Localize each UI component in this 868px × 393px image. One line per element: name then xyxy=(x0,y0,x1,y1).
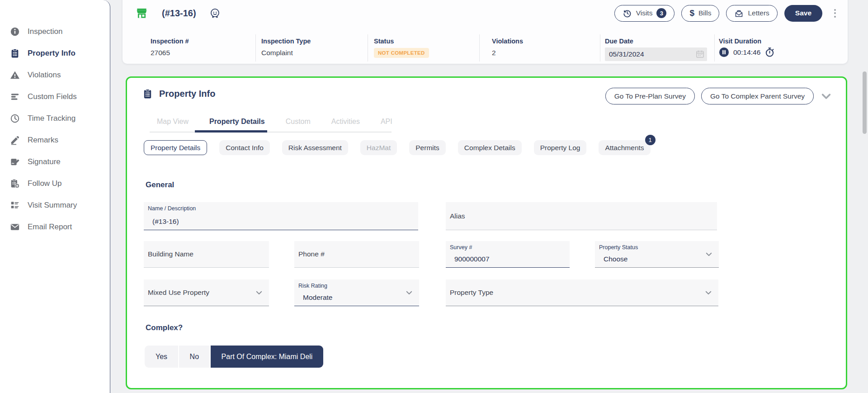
waze-icon[interactable] xyxy=(209,8,221,19)
property-info-card: Property Info Go To Pre-Plan Survey Go T… xyxy=(126,76,847,389)
complex-no-button[interactable]: No xyxy=(179,346,210,368)
signature-icon xyxy=(10,157,20,167)
phone-field[interactable]: Phone # xyxy=(294,241,419,268)
tab-bar: Map View Property Details Custom Activit… xyxy=(157,118,392,131)
stopwatch-icon[interactable] xyxy=(764,47,775,57)
sidebar: Inspection Property Info Violations Cust… xyxy=(0,0,110,393)
attachments-count-badge: 1 xyxy=(645,135,656,145)
subtab-risk-assessment[interactable]: Risk Assessment xyxy=(282,140,348,155)
info-status: Status NOT COMPLETED xyxy=(374,38,429,58)
field-placeholder: Mixed Use Property xyxy=(144,279,269,306)
app-window: Inspection Property Info Violations Cust… xyxy=(0,0,868,393)
scrollbar-thumb[interactable] xyxy=(863,71,867,134)
subtab-hazmat[interactable]: HazMat xyxy=(360,140,397,155)
name-description-field[interactable]: Name / Description (#13-16) xyxy=(144,202,418,230)
sidebar-item-violations[interactable]: Violations xyxy=(0,64,110,86)
info-value: Complaint xyxy=(261,49,311,57)
due-date-field xyxy=(605,47,707,61)
visits-button[interactable]: Visits 3 xyxy=(614,5,675,22)
pause-icon[interactable] xyxy=(719,47,729,57)
subtab-property-log[interactable]: Property Log xyxy=(534,140,587,155)
tab-map-view[interactable]: Map View xyxy=(157,118,189,131)
storefront-icon xyxy=(136,7,148,19)
alias-field[interactable]: Alias xyxy=(446,202,717,230)
divider xyxy=(255,34,256,62)
subtab-complex-details[interactable]: Complex Details xyxy=(458,140,522,155)
info-label: Violations xyxy=(492,38,523,45)
sidebar-item-visit-summary[interactable]: Visit Summary xyxy=(0,194,110,216)
header-actions: Visits 3 $ Bills Letters Save xyxy=(614,5,839,22)
tab-property-details[interactable]: Property Details xyxy=(209,118,265,131)
general-heading: General xyxy=(146,180,174,189)
bills-label: Bills xyxy=(698,9,711,17)
go-to-preplan-survey-button[interactable]: Go To Pre-Plan Survey xyxy=(605,88,695,104)
divider xyxy=(714,34,715,62)
field-label: Risk Rating xyxy=(298,283,327,289)
field-value: Moderate xyxy=(303,294,332,302)
bills-button[interactable]: $ Bills xyxy=(681,5,719,22)
sidebar-item-label: Property Info xyxy=(28,49,75,58)
info-visit-duration: Visit Duration 00:14:46 xyxy=(719,38,775,57)
sidebar-item-email-report[interactable]: Email Report xyxy=(0,216,110,238)
field-label: Survey # xyxy=(450,244,472,251)
clock-icon xyxy=(10,114,20,123)
calendar-icon[interactable] xyxy=(695,49,705,59)
header-title-row: (#13-16) Visits 3 $ Bills Letters Save xyxy=(123,4,848,23)
chevron-down-icon xyxy=(704,289,712,297)
chevron-down-icon xyxy=(705,250,713,258)
info-label: Status xyxy=(374,38,429,45)
complex-heading: Complex? xyxy=(146,323,183,332)
email-icon xyxy=(10,222,20,232)
field-value: (#13-16) xyxy=(152,218,179,226)
info-value: 2 xyxy=(492,49,523,57)
sidebar-item-time-tracking[interactable]: Time Tracking xyxy=(0,108,110,129)
due-date-input[interactable] xyxy=(605,47,707,61)
subtab-bar: Property Details Contact Info Risk Asses… xyxy=(144,140,651,155)
sidebar-item-custom-fields[interactable]: Custom Fields xyxy=(0,86,110,108)
field-label: Name / Description xyxy=(148,205,196,212)
visit-duration-time: 00:14:46 xyxy=(733,48,760,57)
building-name-field[interactable]: Building Name xyxy=(144,241,269,268)
sidebar-item-remarks[interactable]: Remarks xyxy=(0,129,110,151)
tab-api[interactable]: API xyxy=(381,118,392,131)
save-button[interactable]: Save xyxy=(784,5,822,22)
inspection-header-card: (#13-16) Visits 3 $ Bills Letters Save xyxy=(123,0,848,64)
sidebar-item-follow-up[interactable]: Follow Up xyxy=(0,173,110,194)
subtab-contact-info[interactable]: Contact Info xyxy=(219,140,270,155)
property-type-select[interactable]: Property Type xyxy=(446,279,718,306)
letters-button[interactable]: Letters xyxy=(726,5,777,22)
page-title: (#13-16) xyxy=(162,8,196,19)
subtab-property-details[interactable]: Property Details xyxy=(144,140,207,155)
status-badge: NOT COMPLETED xyxy=(374,48,429,58)
sidebar-item-inspection[interactable]: Inspection xyxy=(0,21,110,43)
info-inspection-number: Inspection # 27065 xyxy=(151,38,189,57)
field-placeholder: Alias xyxy=(446,202,717,230)
sidebar-item-label: Signature xyxy=(28,157,61,166)
complex-toggle-group: Yes No Part Of Complex: Miami Deli xyxy=(145,346,323,368)
info-inspection-type: Inspection Type Complaint xyxy=(261,38,311,57)
survey-number-field[interactable]: Survey # 900000007 xyxy=(446,241,570,268)
sidebar-item-label: Visit Summary xyxy=(28,201,77,210)
mixed-use-property-select[interactable]: Mixed Use Property xyxy=(144,279,269,306)
divider xyxy=(368,34,368,62)
subtab-attachments[interactable]: Attachments 1 xyxy=(599,140,650,155)
visits-label: Visits xyxy=(636,9,653,17)
subtab-permits[interactable]: Permits xyxy=(409,140,446,155)
collapse-chevron-icon[interactable] xyxy=(820,90,832,102)
risk-rating-select[interactable]: Risk Rating Moderate xyxy=(294,279,419,306)
sidebar-item-label: Email Report xyxy=(28,223,72,232)
complex-yes-button[interactable]: Yes xyxy=(145,346,178,368)
field-label: Property Status xyxy=(599,244,638,251)
field-value: Choose xyxy=(604,255,627,263)
section-title: Property Info xyxy=(159,89,215,99)
tab-custom[interactable]: Custom xyxy=(286,118,311,131)
tab-activities[interactable]: Activities xyxy=(331,118,360,131)
more-menu-icon[interactable] xyxy=(831,6,839,20)
sidebar-item-signature[interactable]: Signature xyxy=(0,151,110,173)
sidebar-item-property-info[interactable]: Property Info xyxy=(0,43,110,64)
complex-part-of-button[interactable]: Part Of Complex: Miami Deli xyxy=(211,346,324,368)
go-to-complex-parent-survey-button[interactable]: Go To Complex Parent Survey xyxy=(701,88,814,104)
sidebar-item-label: Remarks xyxy=(28,136,58,145)
property-status-select[interactable]: Property Status Choose xyxy=(595,241,719,268)
divider xyxy=(479,34,480,62)
